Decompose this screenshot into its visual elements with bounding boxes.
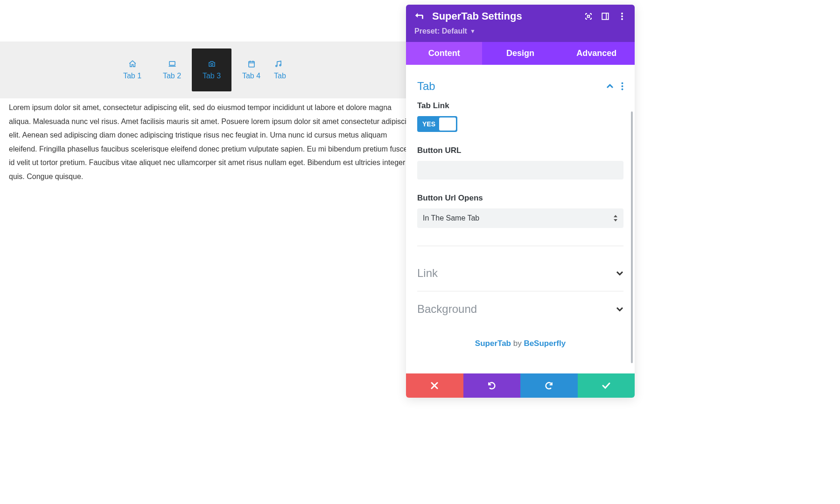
save-button[interactable] — [578, 373, 635, 398]
chevron-up-icon[interactable] — [606, 84, 614, 89]
back-icon[interactable] — [413, 12, 424, 21]
section-background[interactable]: Background — [417, 291, 623, 327]
url-opens-label: Button Url Opens — [417, 193, 623, 203]
panel-title: SuperTab Settings — [432, 10, 577, 22]
tabs-bar: Tab 1 Tab 2 Tab 3 Tab 4 Tab — [0, 41, 406, 98]
section-tab: Tab Tab Link YES — [417, 75, 623, 246]
tab-link-label: Tab Link — [417, 101, 623, 110]
home-icon — [128, 60, 137, 68]
panel-tabs: Content Design Advanced — [406, 42, 635, 65]
section-more-icon[interactable] — [621, 82, 623, 90]
settings-panel: SuperTab Settings Preset: Default ▼ Cont… — [406, 5, 635, 398]
svg-point-7 — [621, 13, 623, 14]
svg-rect-5 — [588, 15, 590, 18]
tab-label: Tab 2 — [163, 72, 181, 80]
tab-1[interactable]: Tab 1 — [112, 48, 152, 91]
svg-point-1 — [210, 63, 213, 66]
snap-icon[interactable] — [600, 12, 610, 21]
cancel-button[interactable] — [406, 373, 463, 398]
chevron-down-icon — [616, 307, 623, 311]
toggle-value: YES — [419, 120, 438, 128]
more-icon[interactable] — [617, 12, 627, 21]
calendar-icon — [247, 60, 256, 68]
svg-point-4 — [280, 65, 281, 66]
preset-label: Preset: Default — [414, 27, 467, 35]
scrollbar[interactable] — [631, 111, 633, 363]
svg-point-8 — [621, 15, 623, 17]
section-title: Background — [417, 303, 477, 316]
svg-point-10 — [622, 83, 623, 84]
section-link[interactable]: Link — [417, 255, 623, 291]
panel-tab-content[interactable]: Content — [406, 42, 482, 65]
tab-3[interactable]: Tab 3 — [192, 48, 231, 91]
button-url-label: Button URL — [417, 146, 623, 155]
url-opens-select[interactable]: In The Same Tab — [417, 208, 623, 228]
credit-product-link[interactable]: SuperTab — [475, 339, 511, 348]
credit-line: SuperTab by BeSuperfly — [417, 327, 623, 369]
laptop-icon — [168, 60, 176, 68]
credit-author-link[interactable]: BeSuperfly — [524, 339, 566, 348]
svg-rect-6 — [602, 13, 609, 20]
toggle-knob — [439, 117, 456, 131]
svg-point-9 — [621, 18, 623, 20]
panel-tab-advanced[interactable]: Advanced — [559, 42, 635, 65]
section-title: Tab — [417, 80, 435, 93]
svg-point-12 — [622, 89, 623, 90]
tab-label: Tab 4 — [242, 72, 260, 80]
svg-rect-2 — [249, 62, 254, 67]
chevron-down-icon: ▼ — [470, 28, 476, 35]
tab-content-text: Lorem ipsum dolor sit amet, consectetur … — [9, 101, 415, 184]
section-title: Link — [417, 267, 438, 280]
tab-link-toggle[interactable]: YES — [417, 116, 457, 132]
panel-header: SuperTab Settings Preset: Default ▼ — [406, 5, 635, 42]
svg-point-3 — [276, 65, 277, 67]
button-url-input[interactable] — [417, 161, 623, 180]
panel-tab-design[interactable]: Design — [482, 42, 558, 65]
tab-2[interactable]: Tab 2 — [152, 48, 192, 91]
undo-button[interactable] — [463, 373, 521, 398]
panel-footer — [406, 373, 635, 398]
preset-selector[interactable]: Preset: Default ▼ — [406, 25, 635, 42]
music-icon — [274, 60, 282, 68]
tab-label: Tab 3 — [203, 72, 221, 80]
redo-button[interactable] — [520, 373, 578, 398]
tab-4[interactable]: Tab 4 — [231, 48, 271, 91]
expand-icon[interactable] — [583, 12, 594, 21]
select-value: In The Same Tab — [423, 214, 479, 222]
tab-label: Tab — [274, 72, 286, 80]
tab-5-partial[interactable]: Tab — [271, 48, 294, 91]
svg-rect-0 — [169, 62, 175, 65]
credit-sep: by — [511, 339, 524, 348]
chevron-down-icon — [616, 271, 623, 276]
panel-body: Tab Tab Link YES — [406, 65, 635, 373]
svg-point-11 — [622, 85, 623, 87]
camera-icon — [208, 60, 216, 68]
select-caret-icon — [613, 215, 618, 221]
tab-label: Tab 1 — [123, 72, 141, 80]
